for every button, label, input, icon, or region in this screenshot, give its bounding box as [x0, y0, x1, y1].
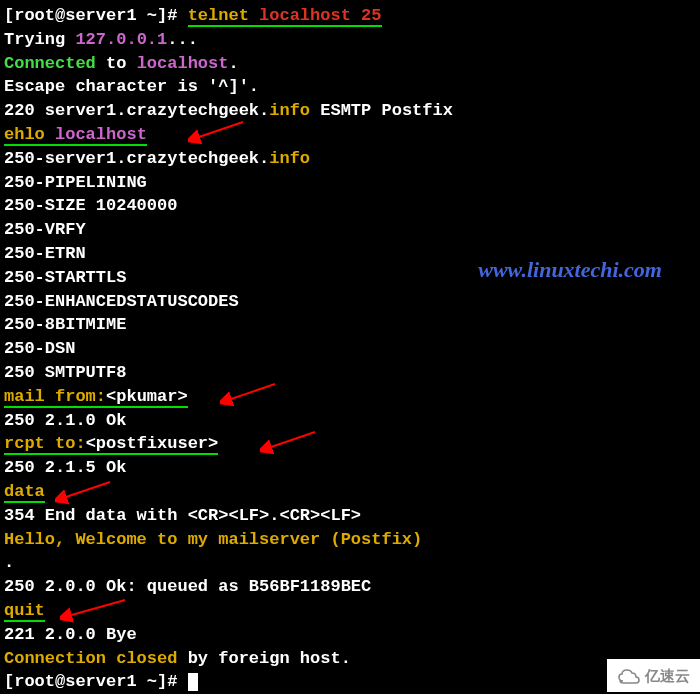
cloud-icon — [617, 667, 641, 685]
mailfrom-line: mail from:<pkumar> — [4, 385, 696, 409]
250-line-1: 250-server1.crazytechgeek.info — [4, 147, 696, 171]
data-line: data — [4, 480, 696, 504]
250-line-7: 250-ENHANCEDSTATUSCODES — [4, 290, 696, 314]
bye-line: 221 2.0.0 Bye — [4, 623, 696, 647]
msg-body-line: Hello, Welcome to my mailserver (Postfix… — [4, 528, 696, 552]
250-line-10: 250 SMTPUTF8 — [4, 361, 696, 385]
250-line-9: 250-DSN — [4, 337, 696, 361]
connected-line: Connected to localhost. — [4, 52, 696, 76]
queued-line: 250 2.0.0 Ok: queued as B56BF1189BEC — [4, 575, 696, 599]
rcpt-line: rcpt to:<postfixuser> — [4, 432, 696, 456]
250-line-4: 250-VRFY — [4, 218, 696, 242]
ehlo-line: ehlo localhost — [4, 123, 696, 147]
cursor-icon — [188, 673, 198, 691]
250-line-8: 250-8BITMIME — [4, 313, 696, 337]
banner-line: 220 server1.crazytechgeek.info ESMTP Pos… — [4, 99, 696, 123]
escape-line: Escape character is '^]'. — [4, 75, 696, 99]
closed-line: Connection closed by foreign host. — [4, 647, 696, 671]
250-line-2: 250-PIPELINING — [4, 171, 696, 195]
prompt-line-1: [root@server1 ~]# telnet localhost 25 — [4, 4, 696, 28]
watermark-text: www.linuxtechi.com — [478, 255, 662, 286]
logo-badge: 亿速云 — [607, 659, 700, 692]
prompt-line-2: [root@server1 ~]# — [4, 670, 696, 694]
logo-text: 亿速云 — [645, 665, 690, 686]
data-resp-line: 354 End data with <CR><LF>.<CR><LF> — [4, 504, 696, 528]
ok1-line: 250 2.1.0 Ok — [4, 409, 696, 433]
250-line-3: 250-SIZE 10240000 — [4, 194, 696, 218]
ok2-line: 250 2.1.5 Ok — [4, 456, 696, 480]
dot-line: . — [4, 551, 696, 575]
quit-line: quit — [4, 599, 696, 623]
trying-line: Trying 127.0.0.1... — [4, 28, 696, 52]
